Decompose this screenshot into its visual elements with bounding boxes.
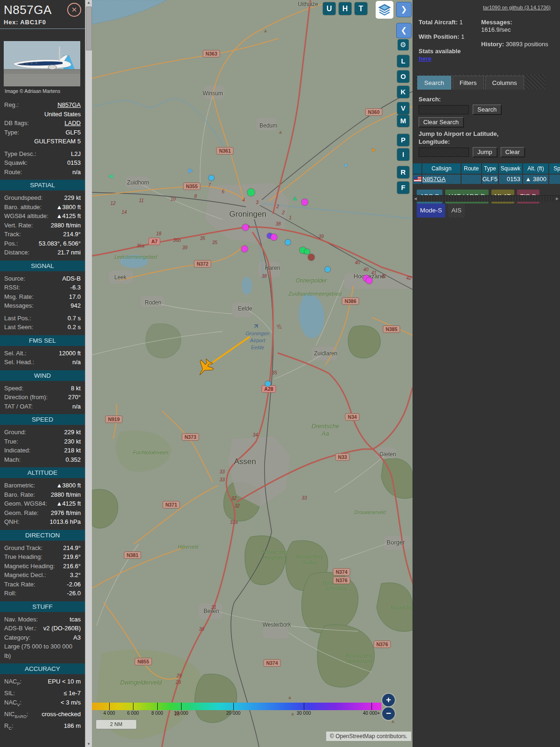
map-button-r[interactable]: R	[397, 166, 409, 178]
legend-label: 30 000	[297, 711, 311, 716]
row-label: True:	[4, 437, 18, 446]
road-badge: N376	[373, 641, 391, 648]
map-button-k[interactable]: K	[397, 86, 409, 98]
scroll-left-icon[interactable]: ◀	[413, 196, 418, 202]
map-marker	[209, 175, 214, 181]
row-label: TAT / OAT:	[4, 402, 33, 411]
map-marker	[265, 381, 271, 387]
chips-row-2: Mode-SAIS	[415, 204, 560, 218]
tab-columns[interactable]: Columns	[485, 76, 524, 90]
tab-search[interactable]: Search	[417, 76, 451, 90]
section-header: ALTITUDE	[0, 467, 85, 478]
aircraft-row[interactable]: N857GAGLF50153▲ 3800	[413, 175, 560, 184]
row-label: Track:	[4, 230, 21, 239]
layers-button[interactable]	[376, 1, 393, 19]
aircraft-table: CallsignRouteTypeSquawkAlt. (ft)Spd N857…	[413, 163, 560, 185]
expand-panel-button[interactable]: ❯	[396, 2, 412, 17]
map-button-t[interactable]: T	[355, 2, 367, 15]
legend-tick	[371, 703, 372, 710]
source-chip[interactable]: AIS	[448, 204, 465, 218]
row-value: 270°	[68, 393, 81, 402]
map-button-m[interactable]: M	[397, 115, 409, 127]
data-row: True Heading:219.6°	[0, 552, 85, 562]
left-panel-scrollbar[interactable]: ▲ ▼	[85, 0, 92, 747]
road-badge: N373	[182, 433, 199, 441]
row-value: A3	[73, 633, 81, 642]
stats-link[interactable]: here	[419, 55, 431, 62]
source-chip[interactable]: Mode-S	[417, 204, 445, 218]
left-rows: Reg.:N857GAUnited StatesDB flags:LADDTyp…	[0, 100, 85, 733]
map-button-f[interactable]: F	[397, 182, 409, 194]
map-button-l[interactable]: L	[397, 55, 409, 67]
row-value: ▲4125 ft	[56, 499, 81, 508]
airport-label: Groningen	[245, 331, 269, 336]
map-button-h[interactable]: H	[339, 2, 351, 15]
road-badge: N855	[134, 658, 152, 665]
row-value: < 3 m/s	[61, 698, 81, 710]
exit-number: 2	[282, 210, 285, 215]
row-value: -2.06	[67, 580, 81, 589]
row-label: WGS84 altitude:	[4, 211, 49, 221]
search-button[interactable]: Search	[473, 105, 501, 114]
table-horizontal-scrollbar[interactable]: ◀ ▶	[413, 195, 560, 202]
area-label: Fochteloërveen	[133, 450, 168, 455]
collapse-panel-button[interactable]: ❮	[396, 23, 412, 38]
legend-tick	[133, 703, 133, 710]
town-label: Assen	[234, 457, 256, 466]
map-button-i[interactable]: I	[397, 148, 409, 161]
exit-number: 6	[222, 189, 224, 194]
row-value[interactable]: LADD	[64, 119, 81, 128]
jump-button[interactable]: Jump	[473, 147, 497, 157]
jump-clear-button[interactable]: Clear	[501, 147, 525, 157]
map-canvas[interactable]: ✈ UithuizeWinsumBedumZuidhornGroningenHa…	[92, 0, 413, 747]
town-label: Haren	[265, 265, 280, 271]
row-value[interactable]: N857GA	[57, 100, 81, 110]
aircraft-photo[interactable]	[4, 41, 80, 86]
town-label: Uithuize	[298, 1, 318, 7]
cell[interactable]: N857GA	[422, 175, 461, 184]
exit-number: 38	[261, 274, 266, 279]
legend-label: 40 000+	[363, 711, 380, 716]
data-row: United States	[0, 110, 85, 119]
map-marker	[366, 277, 372, 284]
map-button-v[interactable]: V	[397, 102, 409, 114]
data-row: TAT / OAT:n/a	[0, 402, 85, 411]
airport-label: Eelde	[251, 345, 264, 350]
row-label: Baro. altitude:	[4, 203, 42, 212]
version-link[interactable]: tar1090 on github (3.14.1736)	[483, 5, 551, 10]
jump-input[interactable]	[419, 148, 469, 157]
column-header: Squawk	[499, 163, 522, 174]
data-row: Last Pos.:0.7 s	[0, 314, 85, 323]
map-button-u[interactable]: U	[323, 2, 336, 15]
scrollbar-thumb[interactable]	[86, 7, 92, 50]
exit-number: 37	[276, 323, 282, 330]
cell	[549, 175, 560, 184]
tab-filters[interactable]: Filters	[453, 76, 484, 90]
data-row: Ground:229 kt	[0, 428, 85, 437]
zoom-out-button[interactable]: −	[382, 707, 395, 720]
map-button-o[interactable]: O	[397, 70, 409, 83]
close-icon[interactable]: ✕	[67, 3, 81, 17]
data-row: WGS84 altitude:▲4125 ft	[0, 211, 85, 221]
map-marker: ▲	[391, 719, 395, 724]
messages-rate: Messages: 1616.9/sec	[481, 19, 557, 34]
zoom-in-button[interactable]: +	[382, 694, 395, 706]
row-value: ≤ 1e-7	[63, 689, 81, 698]
map-button-p[interactable]: P	[397, 134, 409, 146]
town-label: Zuidlaren	[314, 350, 337, 357]
gear-icon[interactable]: ⚙	[398, 39, 409, 50]
exit-number: 33	[219, 469, 224, 474]
us-flag-icon	[414, 176, 421, 182]
row-label: Ground Track:	[4, 543, 42, 553]
search-input[interactable]	[419, 105, 469, 114]
panel-footer-hint: Learn more about Mode S data type by hov…	[0, 745, 85, 747]
row-value: 214.9°	[63, 543, 81, 553]
scroll-up-icon[interactable]: ▲	[85, 0, 92, 6]
row-value: 2880 ft/min	[51, 490, 81, 500]
scroll-right-icon[interactable]: ▶	[554, 196, 560, 202]
clear-search-button[interactable]: Clear Search	[419, 117, 463, 127]
legend-label: 8 000	[151, 711, 163, 716]
row-label: Ground:	[4, 428, 26, 437]
data-row: True:230 kt	[0, 437, 85, 446]
scroll-down-icon[interactable]: ▼	[85, 741, 92, 747]
